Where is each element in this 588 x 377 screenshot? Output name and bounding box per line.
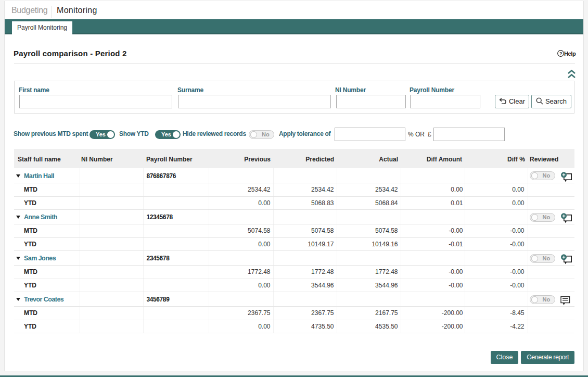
svg-text:?: ?: [559, 51, 562, 56]
